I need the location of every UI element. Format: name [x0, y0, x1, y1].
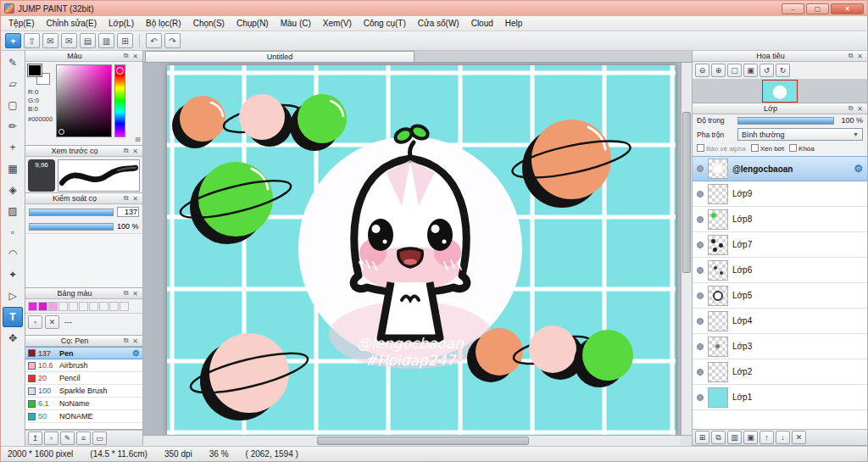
- layer-visibility-dot[interactable]: [697, 191, 704, 198]
- text-tool[interactable]: T: [3, 307, 23, 327]
- layer-visibility-dot[interactable]: [697, 165, 704, 172]
- delete-swatch-icon[interactable]: ✕: [45, 315, 59, 329]
- menu-color[interactable]: Màu (C): [275, 17, 317, 30]
- palette-swatch[interactable]: [109, 302, 119, 311]
- new-layer-icon[interactable]: ⊞: [695, 431, 709, 444]
- layer-row[interactable]: Lớp3: [693, 334, 867, 359]
- popout-icon[interactable]: ⧉: [846, 104, 855, 113]
- grid-icon[interactable]: ⊞: [117, 33, 133, 48]
- layer-opacity-slider[interactable]: [737, 117, 834, 125]
- palette-swatch[interactable]: [48, 302, 58, 311]
- close-icon[interactable]: ✕: [131, 337, 140, 345]
- palette-grid-icon[interactable]: ⊞: [135, 136, 141, 143]
- document-tab[interactable]: Untitled: [145, 51, 415, 62]
- menu-select[interactable]: Chọn(S): [187, 17, 231, 30]
- marquee-tool[interactable]: ▫: [3, 222, 23, 242]
- maximize-button[interactable]: ▢: [806, 3, 829, 14]
- layer-row[interactable]: Lớp7: [693, 232, 867, 258]
- popout-icon[interactable]: ⧉: [121, 194, 131, 203]
- horizontal-scroll-thumb[interactable]: [317, 437, 529, 445]
- hand-tool[interactable]: ✥: [3, 328, 23, 348]
- sv-marker[interactable]: [58, 129, 64, 135]
- redo-button[interactable]: ↷: [164, 33, 181, 48]
- palette-swatch[interactable]: [69, 302, 78, 311]
- close-icon[interactable]: ✕: [131, 148, 140, 155]
- menu-window[interactable]: Cửa sổ(W): [412, 17, 465, 30]
- layer-visibility-dot[interactable]: [697, 267, 704, 274]
- brush-size-slider[interactable]: [29, 209, 114, 216]
- menu-tools[interactable]: Công cụ(T): [358, 17, 412, 30]
- select-rect-tool[interactable]: ▦: [3, 159, 23, 179]
- popout-icon[interactable]: ⧉: [121, 289, 131, 298]
- brush-tool[interactable]: ✎: [3, 53, 23, 73]
- layer-visibility-dot[interactable]: [697, 216, 704, 223]
- brush-row-sparkle[interactable]: 100 Sparkle Brush: [25, 385, 142, 398]
- layer-settings-gear-icon[interactable]: ⚙: [854, 163, 863, 175]
- close-icon[interactable]: ✕: [131, 290, 140, 298]
- layer-row[interactable]: Lớp2: [693, 359, 867, 385]
- brush-opacity-slider[interactable]: [29, 223, 114, 231]
- actual-size-icon[interactable]: ▣: [743, 64, 758, 77]
- gradient-tool[interactable]: ▨: [3, 201, 23, 221]
- saturation-value-picker[interactable]: [56, 64, 112, 137]
- brush-folder-icon[interactable]: ▭: [92, 431, 107, 445]
- horizontal-scrollbar[interactable]: [143, 436, 681, 446]
- layer-visibility-dot[interactable]: [697, 292, 704, 299]
- brush-menu-icon[interactable]: ≡: [76, 431, 91, 445]
- minimize-button[interactable]: –: [782, 3, 804, 14]
- navigator-thumbnail[interactable]: [762, 80, 798, 103]
- brush-row-noname2[interactable]: 50 NONAME: [25, 410, 142, 423]
- layer-row[interactable]: Lớp5: [693, 283, 867, 309]
- eraser-tool[interactable]: ▱: [3, 74, 23, 94]
- vertical-scrollbar[interactable]: [681, 63, 692, 435]
- merge-layer-icon[interactable]: ▥: [727, 431, 742, 444]
- menu-layer[interactable]: Lớp(L): [103, 17, 140, 30]
- zoom-out-icon[interactable]: ⊖: [695, 64, 709, 77]
- fg-bg-swatches[interactable]: [28, 64, 50, 85]
- operate-tool[interactable]: ▷: [3, 286, 23, 306]
- pencil-tool[interactable]: ✏: [3, 116, 23, 136]
- palette-swatch[interactable]: [38, 302, 47, 311]
- pages-icon[interactable]: ▥: [98, 33, 114, 48]
- palette-swatch[interactable]: [58, 302, 68, 311]
- panel-up-icon[interactable]: ↥: [28, 431, 42, 445]
- vertical-scroll-thumb[interactable]: [682, 112, 691, 273]
- rotate-left-icon[interactable]: ↺: [760, 64, 774, 77]
- brush-row-pen[interactable]: 137 Pen ⚙: [25, 347, 142, 359]
- layer-row-active[interactable]: @lengocbaoan ⚙: [693, 156, 867, 181]
- clipping-checkbox[interactable]: Xén bớt: [751, 144, 784, 153]
- comment-icon[interactable]: ✉: [42, 33, 58, 48]
- undo-button[interactable]: ↶: [146, 33, 162, 48]
- rotate-right-icon[interactable]: ↻: [776, 64, 790, 77]
- brush-settings-gear-icon[interactable]: ⚙: [132, 348, 140, 358]
- move-layer-down-icon[interactable]: ↓: [776, 431, 790, 444]
- foreground-color-swatch[interactable]: [28, 64, 42, 76]
- hue-slider[interactable]: [114, 64, 125, 137]
- menu-file[interactable]: Tệp(E): [3, 17, 41, 30]
- menu-cloud[interactable]: Cloud: [465, 17, 499, 30]
- menu-help[interactable]: Help: [499, 17, 529, 30]
- palette-swatch[interactable]: [99, 302, 108, 311]
- menu-view[interactable]: Xem(V): [317, 17, 358, 30]
- page-icon[interactable]: ▤: [80, 33, 96, 48]
- share-icon[interactable]: ⇧: [24, 33, 40, 48]
- hue-marker[interactable]: [116, 67, 124, 75]
- menu-edit[interactable]: Chỉnh sửa(E): [41, 17, 103, 30]
- fit-view-icon[interactable]: ▢: [727, 64, 742, 77]
- brush-row-noname1[interactable]: 6.1 NoName: [25, 398, 142, 410]
- delete-layer-icon[interactable]: ✕: [792, 431, 806, 444]
- popout-icon[interactable]: ⧉: [121, 337, 131, 345]
- close-button[interactable]: ✕: [831, 3, 864, 14]
- cloud-brush-icon[interactable]: ✦: [5, 33, 21, 48]
- canvas-artwork[interactable]: @lengocbaoan #Hoidap247: [167, 65, 676, 435]
- palette-swatch[interactable]: [79, 302, 88, 311]
- menu-capture[interactable]: Chụp(N): [231, 17, 275, 30]
- menu-filter[interactable]: Bộ lọc(R): [140, 17, 187, 30]
- popout-icon[interactable]: ⧉: [121, 147, 131, 155]
- brush-row-airbrush[interactable]: 10.6 Airbrush: [25, 359, 142, 372]
- layer-visibility-dot[interactable]: [697, 394, 704, 401]
- lock-checkbox[interactable]: Khóa: [789, 144, 815, 153]
- lasso-tool[interactable]: ◠: [3, 243, 23, 264]
- layer-row[interactable]: Lớp6: [693, 258, 867, 283]
- magic-wand-tool[interactable]: ✦: [3, 264, 23, 285]
